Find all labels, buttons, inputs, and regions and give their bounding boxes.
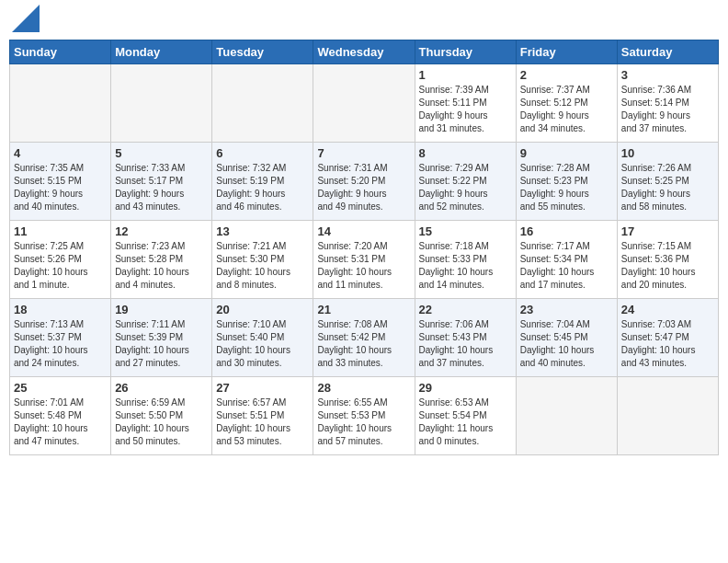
day-info: Sunrise: 7:08 AMSunset: 5:42 PMDaylight:… xyxy=(317,318,410,370)
day-number: 3 xyxy=(621,68,714,82)
day-number: 2 xyxy=(520,68,613,82)
calendar-cell xyxy=(111,64,212,143)
day-info: Sunrise: 6:59 AMSunset: 5:50 PMDaylight:… xyxy=(115,396,208,448)
calendar-week-row: 18Sunrise: 7:13 AMSunset: 5:37 PMDayligh… xyxy=(10,299,719,377)
day-number: 6 xyxy=(216,146,309,160)
svg-marker-0 xyxy=(12,5,40,32)
day-number: 26 xyxy=(115,381,208,395)
day-info: Sunrise: 7:37 AMSunset: 5:12 PMDaylight:… xyxy=(520,84,613,135)
calendar-cell: 20Sunrise: 7:10 AMSunset: 5:40 PMDayligh… xyxy=(212,299,313,377)
day-info: Sunrise: 7:17 AMSunset: 5:34 PMDaylight:… xyxy=(520,240,613,292)
calendar-cell xyxy=(212,64,313,143)
calendar-cell: 14Sunrise: 7:20 AMSunset: 5:31 PMDayligh… xyxy=(313,221,415,299)
calendar-cell xyxy=(313,64,415,143)
logo-triangle-icon xyxy=(12,5,40,32)
calendar-cell xyxy=(516,377,617,455)
calendar-week-row: 25Sunrise: 7:01 AMSunset: 5:48 PMDayligh… xyxy=(10,377,719,455)
day-number: 15 xyxy=(419,224,512,238)
day-number: 13 xyxy=(216,224,309,238)
page: SundayMondayTuesdayWednesdayThursdayFrid… xyxy=(0,0,728,563)
day-number: 7 xyxy=(317,146,410,160)
logo xyxy=(9,9,40,32)
calendar-cell: 27Sunrise: 6:57 AMSunset: 5:51 PMDayligh… xyxy=(212,377,313,455)
calendar-cell: 13Sunrise: 7:21 AMSunset: 5:30 PMDayligh… xyxy=(212,221,313,299)
day-number: 4 xyxy=(14,146,107,160)
day-info: Sunrise: 6:55 AMSunset: 5:53 PMDaylight:… xyxy=(317,396,410,448)
day-info: Sunrise: 7:39 AMSunset: 5:11 PMDaylight:… xyxy=(419,84,512,135)
day-info: Sunrise: 7:33 AMSunset: 5:17 PMDaylight:… xyxy=(115,162,208,213)
day-info: Sunrise: 7:35 AMSunset: 5:15 PMDaylight:… xyxy=(14,162,107,213)
calendar-cell: 7Sunrise: 7:31 AMSunset: 5:20 PMDaylight… xyxy=(313,143,415,221)
day-info: Sunrise: 7:32 AMSunset: 5:19 PMDaylight:… xyxy=(216,162,309,213)
calendar-cell: 4Sunrise: 7:35 AMSunset: 5:15 PMDaylight… xyxy=(10,143,111,221)
day-info: Sunrise: 7:03 AMSunset: 5:47 PMDaylight:… xyxy=(621,318,714,370)
day-number: 1 xyxy=(419,68,512,82)
day-info: Sunrise: 7:20 AMSunset: 5:31 PMDaylight:… xyxy=(317,240,410,292)
weekday-header-tuesday: Tuesday xyxy=(212,40,313,64)
day-number: 17 xyxy=(621,224,714,238)
day-number: 9 xyxy=(520,146,613,160)
day-number: 21 xyxy=(317,303,410,316)
day-info: Sunrise: 7:10 AMSunset: 5:40 PMDaylight:… xyxy=(216,318,309,370)
day-number: 11 xyxy=(14,224,107,238)
calendar-cell: 2Sunrise: 7:37 AMSunset: 5:12 PMDaylight… xyxy=(516,64,617,143)
day-number: 5 xyxy=(115,146,208,160)
calendar-cell: 9Sunrise: 7:28 AMSunset: 5:23 PMDaylight… xyxy=(516,143,617,221)
day-info: Sunrise: 7:25 AMSunset: 5:26 PMDaylight:… xyxy=(14,240,107,292)
calendar-cell: 5Sunrise: 7:33 AMSunset: 5:17 PMDaylight… xyxy=(111,143,212,221)
calendar-cell: 15Sunrise: 7:18 AMSunset: 5:33 PMDayligh… xyxy=(415,221,516,299)
weekday-header-friday: Friday xyxy=(516,40,617,64)
day-info: Sunrise: 7:13 AMSunset: 5:37 PMDaylight:… xyxy=(14,318,107,370)
day-info: Sunrise: 7:15 AMSunset: 5:36 PMDaylight:… xyxy=(621,240,714,292)
day-info: Sunrise: 7:04 AMSunset: 5:45 PMDaylight:… xyxy=(520,318,613,370)
header xyxy=(9,9,719,32)
day-number: 16 xyxy=(520,224,613,238)
calendar-week-row: 11Sunrise: 7:25 AMSunset: 5:26 PMDayligh… xyxy=(10,221,719,299)
weekday-header-saturday: Saturday xyxy=(617,40,718,64)
day-info: Sunrise: 7:18 AMSunset: 5:33 PMDaylight:… xyxy=(419,240,512,292)
day-number: 14 xyxy=(317,224,410,238)
calendar-cell: 25Sunrise: 7:01 AMSunset: 5:48 PMDayligh… xyxy=(10,377,111,455)
calendar-cell: 1Sunrise: 7:39 AMSunset: 5:11 PMDaylight… xyxy=(415,64,516,143)
calendar-table: SundayMondayTuesdayWednesdayThursdayFrid… xyxy=(9,40,719,455)
calendar-cell: 16Sunrise: 7:17 AMSunset: 5:34 PMDayligh… xyxy=(516,221,617,299)
calendar-cell: 3Sunrise: 7:36 AMSunset: 5:14 PMDaylight… xyxy=(617,64,718,143)
calendar-cell: 26Sunrise: 6:59 AMSunset: 5:50 PMDayligh… xyxy=(111,377,212,455)
day-number: 23 xyxy=(520,303,613,316)
day-info: Sunrise: 7:01 AMSunset: 5:48 PMDaylight:… xyxy=(14,396,107,448)
day-number: 10 xyxy=(621,146,714,160)
day-info: Sunrise: 7:23 AMSunset: 5:28 PMDaylight:… xyxy=(115,240,208,292)
calendar-cell: 10Sunrise: 7:26 AMSunset: 5:25 PMDayligh… xyxy=(617,143,718,221)
weekday-header-monday: Monday xyxy=(111,40,212,64)
calendar-cell: 8Sunrise: 7:29 AMSunset: 5:22 PMDaylight… xyxy=(415,143,516,221)
day-info: Sunrise: 7:26 AMSunset: 5:25 PMDaylight:… xyxy=(621,162,714,213)
calendar-cell: 22Sunrise: 7:06 AMSunset: 5:43 PMDayligh… xyxy=(415,299,516,377)
calendar-week-row: 4Sunrise: 7:35 AMSunset: 5:15 PMDaylight… xyxy=(10,143,719,221)
day-number: 28 xyxy=(317,381,410,395)
day-number: 24 xyxy=(621,303,714,316)
day-info: Sunrise: 6:57 AMSunset: 5:51 PMDaylight:… xyxy=(216,396,309,448)
day-number: 19 xyxy=(115,303,208,316)
weekday-header-row: SundayMondayTuesdayWednesdayThursdayFrid… xyxy=(10,40,719,64)
calendar-cell: 23Sunrise: 7:04 AMSunset: 5:45 PMDayligh… xyxy=(516,299,617,377)
calendar-cell: 24Sunrise: 7:03 AMSunset: 5:47 PMDayligh… xyxy=(617,299,718,377)
calendar-cell: 29Sunrise: 6:53 AMSunset: 5:54 PMDayligh… xyxy=(415,377,516,455)
calendar-cell: 17Sunrise: 7:15 AMSunset: 5:36 PMDayligh… xyxy=(617,221,718,299)
day-info: Sunrise: 7:06 AMSunset: 5:43 PMDaylight:… xyxy=(419,318,512,370)
day-info: Sunrise: 7:11 AMSunset: 5:39 PMDaylight:… xyxy=(115,318,208,370)
day-number: 29 xyxy=(419,381,512,395)
day-info: Sunrise: 7:36 AMSunset: 5:14 PMDaylight:… xyxy=(621,84,714,135)
calendar-cell: 18Sunrise: 7:13 AMSunset: 5:37 PMDayligh… xyxy=(10,299,111,377)
day-info: Sunrise: 7:29 AMSunset: 5:22 PMDaylight:… xyxy=(419,162,512,213)
calendar-cell: 6Sunrise: 7:32 AMSunset: 5:19 PMDaylight… xyxy=(212,143,313,221)
weekday-header-wednesday: Wednesday xyxy=(313,40,415,64)
day-info: Sunrise: 7:31 AMSunset: 5:20 PMDaylight:… xyxy=(317,162,410,213)
weekday-header-sunday: Sunday xyxy=(10,40,111,64)
day-number: 12 xyxy=(115,224,208,238)
day-number: 20 xyxy=(216,303,309,316)
day-info: Sunrise: 6:53 AMSunset: 5:54 PMDaylight:… xyxy=(419,396,512,448)
day-number: 18 xyxy=(14,303,107,316)
day-number: 27 xyxy=(216,381,309,395)
day-number: 22 xyxy=(419,303,512,316)
calendar-cell: 11Sunrise: 7:25 AMSunset: 5:26 PMDayligh… xyxy=(10,221,111,299)
